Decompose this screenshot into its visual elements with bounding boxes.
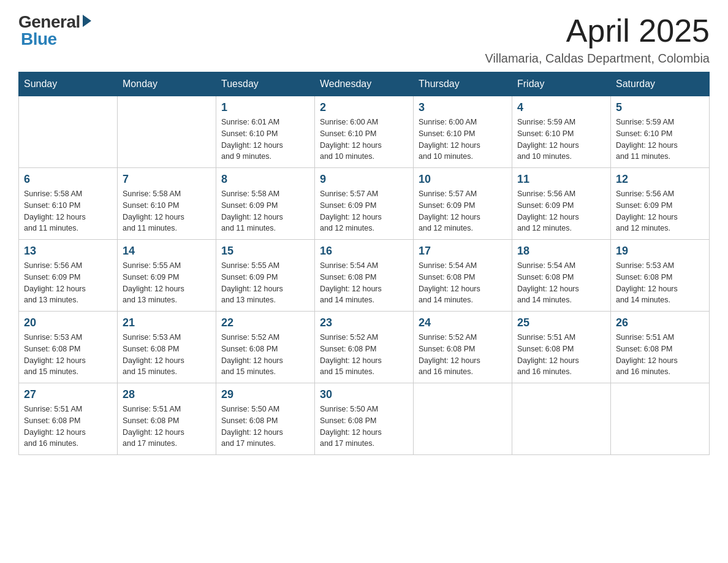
calendar-cell: 13Sunrise: 5:56 AM Sunset: 6:09 PM Dayli… xyxy=(19,240,118,312)
day-info: Sunrise: 5:57 AM Sunset: 6:09 PM Dayligh… xyxy=(419,188,507,234)
day-info: Sunrise: 5:59 AM Sunset: 6:10 PM Dayligh… xyxy=(517,117,605,163)
calendar-header-sunday: Sunday xyxy=(19,72,118,96)
day-info: Sunrise: 5:56 AM Sunset: 6:09 PM Dayligh… xyxy=(517,188,605,234)
calendar-cell: 5Sunrise: 5:59 AM Sunset: 6:10 PM Daylig… xyxy=(611,96,710,168)
day-number: 14 xyxy=(123,245,211,258)
month-year-title: April 2025 xyxy=(485,12,710,49)
calendar-cell: 2Sunrise: 6:00 AM Sunset: 6:10 PM Daylig… xyxy=(315,96,414,168)
calendar-week-row: 13Sunrise: 5:56 AM Sunset: 6:09 PM Dayli… xyxy=(19,240,710,312)
day-number: 16 xyxy=(320,245,408,258)
day-info: Sunrise: 5:52 AM Sunset: 6:08 PM Dayligh… xyxy=(320,332,408,378)
day-info: Sunrise: 5:54 AM Sunset: 6:08 PM Dayligh… xyxy=(419,260,507,306)
calendar-cell: 17Sunrise: 5:54 AM Sunset: 6:08 PM Dayli… xyxy=(414,240,512,312)
day-info: Sunrise: 6:00 AM Sunset: 6:10 PM Dayligh… xyxy=(419,117,507,163)
day-info: Sunrise: 5:52 AM Sunset: 6:08 PM Dayligh… xyxy=(221,332,309,378)
day-info: Sunrise: 5:51 AM Sunset: 6:08 PM Dayligh… xyxy=(616,332,704,378)
day-number: 9 xyxy=(320,173,408,186)
day-number: 17 xyxy=(419,245,507,258)
calendar-cell xyxy=(118,96,216,168)
day-number: 12 xyxy=(616,173,704,186)
day-info: Sunrise: 5:52 AM Sunset: 6:08 PM Dayligh… xyxy=(419,332,507,378)
calendar-cell: 12Sunrise: 5:56 AM Sunset: 6:09 PM Dayli… xyxy=(611,168,710,240)
day-number: 29 xyxy=(221,388,309,401)
day-info: Sunrise: 5:59 AM Sunset: 6:10 PM Dayligh… xyxy=(616,117,704,163)
day-info: Sunrise: 5:57 AM Sunset: 6:09 PM Dayligh… xyxy=(320,188,408,234)
day-info: Sunrise: 5:51 AM Sunset: 6:08 PM Dayligh… xyxy=(24,404,112,450)
calendar-week-row: 6Sunrise: 5:58 AM Sunset: 6:10 PM Daylig… xyxy=(19,168,710,240)
day-number: 2 xyxy=(320,101,408,114)
day-number: 18 xyxy=(517,245,605,258)
logo: General Blue xyxy=(18,12,91,49)
day-info: Sunrise: 5:53 AM Sunset: 6:08 PM Dayligh… xyxy=(123,332,211,378)
calendar-cell: 3Sunrise: 6:00 AM Sunset: 6:10 PM Daylig… xyxy=(414,96,512,168)
day-info: Sunrise: 5:54 AM Sunset: 6:08 PM Dayligh… xyxy=(517,260,605,306)
day-number: 23 xyxy=(320,316,408,329)
day-number: 6 xyxy=(24,173,112,186)
logo-blue-text: Blue xyxy=(21,29,57,49)
calendar-cell: 4Sunrise: 5:59 AM Sunset: 6:10 PM Daylig… xyxy=(512,96,611,168)
calendar-table: SundayMondayTuesdayWednesdayThursdayFrid… xyxy=(18,72,710,455)
calendar-cell: 15Sunrise: 5:55 AM Sunset: 6:09 PM Dayli… xyxy=(216,240,315,312)
calendar-cell: 21Sunrise: 5:53 AM Sunset: 6:08 PM Dayli… xyxy=(118,312,216,383)
calendar-cell: 26Sunrise: 5:51 AM Sunset: 6:08 PM Dayli… xyxy=(611,312,710,383)
calendar-header-wednesday: Wednesday xyxy=(315,72,414,96)
day-info: Sunrise: 5:50 AM Sunset: 6:08 PM Dayligh… xyxy=(221,404,309,450)
calendar-header-tuesday: Tuesday xyxy=(216,72,315,96)
day-number: 27 xyxy=(24,388,112,401)
day-number: 13 xyxy=(24,245,112,258)
calendar-header-friday: Friday xyxy=(512,72,611,96)
day-info: Sunrise: 5:50 AM Sunset: 6:08 PM Dayligh… xyxy=(320,404,408,450)
calendar-header-monday: Monday xyxy=(118,72,216,96)
logo-arrow-icon xyxy=(83,15,91,27)
calendar-cell: 7Sunrise: 5:58 AM Sunset: 6:10 PM Daylig… xyxy=(118,168,216,240)
calendar-cell xyxy=(19,96,118,168)
calendar-header-row: SundayMondayTuesdayWednesdayThursdayFrid… xyxy=(19,72,710,96)
calendar-week-row: 27Sunrise: 5:51 AM Sunset: 6:08 PM Dayli… xyxy=(19,383,710,455)
calendar-cell: 25Sunrise: 5:51 AM Sunset: 6:08 PM Dayli… xyxy=(512,312,611,383)
day-number: 26 xyxy=(616,316,704,329)
day-info: Sunrise: 6:00 AM Sunset: 6:10 PM Dayligh… xyxy=(320,117,408,163)
day-number: 8 xyxy=(221,173,309,186)
calendar-cell: 11Sunrise: 5:56 AM Sunset: 6:09 PM Dayli… xyxy=(512,168,611,240)
day-info: Sunrise: 5:58 AM Sunset: 6:10 PM Dayligh… xyxy=(24,188,112,234)
calendar-cell: 24Sunrise: 5:52 AM Sunset: 6:08 PM Dayli… xyxy=(414,312,512,383)
calendar-cell: 6Sunrise: 5:58 AM Sunset: 6:10 PM Daylig… xyxy=(19,168,118,240)
day-number: 7 xyxy=(123,173,211,186)
day-number: 24 xyxy=(419,316,507,329)
day-info: Sunrise: 5:58 AM Sunset: 6:10 PM Dayligh… xyxy=(123,188,211,234)
day-info: Sunrise: 5:54 AM Sunset: 6:08 PM Dayligh… xyxy=(320,260,408,306)
calendar-cell: 19Sunrise: 5:53 AM Sunset: 6:08 PM Dayli… xyxy=(611,240,710,312)
day-info: Sunrise: 5:58 AM Sunset: 6:09 PM Dayligh… xyxy=(221,188,309,234)
day-number: 11 xyxy=(517,173,605,186)
calendar-cell: 18Sunrise: 5:54 AM Sunset: 6:08 PM Dayli… xyxy=(512,240,611,312)
calendar-week-row: 1Sunrise: 6:01 AM Sunset: 6:10 PM Daylig… xyxy=(19,96,710,168)
day-info: Sunrise: 5:53 AM Sunset: 6:08 PM Dayligh… xyxy=(24,332,112,378)
day-number: 28 xyxy=(123,388,211,401)
calendar-cell: 20Sunrise: 5:53 AM Sunset: 6:08 PM Dayli… xyxy=(19,312,118,383)
calendar-cell: 28Sunrise: 5:51 AM Sunset: 6:08 PM Dayli… xyxy=(118,383,216,455)
location-subtitle: Villamaria, Caldas Department, Colombia xyxy=(485,52,710,66)
day-number: 5 xyxy=(616,101,704,114)
calendar-cell xyxy=(414,383,512,455)
calendar-cell: 9Sunrise: 5:57 AM Sunset: 6:09 PM Daylig… xyxy=(315,168,414,240)
day-number: 19 xyxy=(616,245,704,258)
day-number: 25 xyxy=(517,316,605,329)
day-number: 20 xyxy=(24,316,112,329)
calendar-header-thursday: Thursday xyxy=(414,72,512,96)
day-number: 10 xyxy=(419,173,507,186)
title-block: April 2025 Villamaria, Caldas Department… xyxy=(485,12,710,66)
calendar-cell xyxy=(512,383,611,455)
day-number: 22 xyxy=(221,316,309,329)
calendar-header-saturday: Saturday xyxy=(611,72,710,96)
page-header: General Blue April 2025 Villamaria, Cald… xyxy=(18,12,710,66)
day-number: 1 xyxy=(221,101,309,114)
day-info: Sunrise: 5:51 AM Sunset: 6:08 PM Dayligh… xyxy=(123,404,211,450)
calendar-cell: 8Sunrise: 5:58 AM Sunset: 6:09 PM Daylig… xyxy=(216,168,315,240)
calendar-cell: 29Sunrise: 5:50 AM Sunset: 6:08 PM Dayli… xyxy=(216,383,315,455)
day-number: 30 xyxy=(320,388,408,401)
day-info: Sunrise: 5:56 AM Sunset: 6:09 PM Dayligh… xyxy=(24,260,112,306)
day-info: Sunrise: 5:51 AM Sunset: 6:08 PM Dayligh… xyxy=(517,332,605,378)
calendar-cell: 23Sunrise: 5:52 AM Sunset: 6:08 PM Dayli… xyxy=(315,312,414,383)
day-number: 4 xyxy=(517,101,605,114)
day-info: Sunrise: 6:01 AM Sunset: 6:10 PM Dayligh… xyxy=(221,117,309,163)
